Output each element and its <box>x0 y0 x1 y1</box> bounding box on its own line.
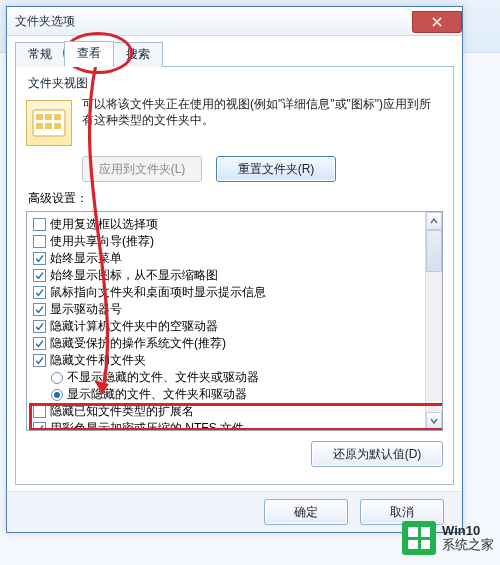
radio-icon[interactable] <box>51 372 63 384</box>
tab-general-label: 常规 <box>28 47 52 61</box>
svg-rect-5 <box>45 123 52 129</box>
advanced-item-5[interactable]: 显示驱动器号 <box>33 301 440 318</box>
cancel-label: 取消 <box>390 504 414 521</box>
reset-folders-label: 重置文件夹(R) <box>238 161 315 178</box>
svg-rect-2 <box>45 114 52 120</box>
folder-view-buttons: 应用到文件夹(L) 重置文件夹(R) <box>82 156 443 182</box>
checkbox-icon[interactable] <box>33 405 46 418</box>
advanced-item-label: 鼠标指向文件夹和桌面项时显示提示信息 <box>50 284 266 301</box>
advanced-item-9[interactable]: 不显示隐藏的文件、文件夹或驱动器 <box>33 369 440 386</box>
apply-to-folders-label: 应用到文件夹(L) <box>99 161 186 178</box>
tab-pane-view: 文件夹视图 可以将该文件夹正在使用的视图(例如"详细信息"或"图标")应用到所有… <box>15 67 454 485</box>
watermark-line1: Win10 <box>442 523 480 538</box>
folder-options-dialog: 文件夹选项 常规 查看 搜索 文件夹视图 可以将该文件夹正在使用的视图(例如"详… <box>6 6 463 533</box>
svg-rect-3 <box>54 114 61 120</box>
ok-button[interactable]: 确定 <box>264 499 348 525</box>
checkbox-icon[interactable] <box>33 269 46 282</box>
checkbox-icon[interactable] <box>33 354 46 367</box>
scroll-down-button[interactable] <box>426 412 442 430</box>
advanced-item-label: 始终显示图标，从不显示缩略图 <box>50 267 218 284</box>
advanced-item-2[interactable]: 始终显示菜单 <box>33 250 440 267</box>
checkbox-icon[interactable] <box>33 286 46 299</box>
scroll-thumb[interactable] <box>426 230 442 272</box>
advanced-item-label: 使用复选框以选择项 <box>50 216 158 233</box>
folder-view-desc: 可以将该文件夹正在使用的视图(例如"详细信息"或"图标")应用到所有这种类型的文… <box>82 94 443 146</box>
window-title: 文件夹选项 <box>7 13 75 30</box>
close-button[interactable] <box>412 11 462 33</box>
checkbox-icon[interactable] <box>33 252 46 265</box>
list-scrollbar[interactable] <box>425 212 442 430</box>
advanced-item-label: 隐藏受保护的操作系统文件(推荐) <box>50 335 226 352</box>
watermark-text: Win10 系统之家 <box>442 524 494 552</box>
titlebar: 文件夹选项 <box>7 7 462 36</box>
advanced-item-8[interactable]: 隐藏文件和文件夹 <box>33 352 440 369</box>
watermark-line2: 系统之家 <box>442 537 494 552</box>
advanced-item-label: 隐藏文件和文件夹 <box>50 352 146 369</box>
folder-view-row: 可以将该文件夹正在使用的视图(例如"详细信息"或"图标")应用到所有这种类型的文… <box>26 94 443 146</box>
dialog-footer: 确定 取消 <box>7 491 462 532</box>
apply-to-folders-button: 应用到文件夹(L) <box>82 156 202 182</box>
watermark-logo-icon <box>402 521 436 555</box>
advanced-item-10[interactable]: 显示隐藏的文件、文件夹和驱动器 <box>33 386 440 403</box>
restore-defaults-label: 还原为默认值(D) <box>333 446 422 463</box>
advanced-item-12[interactable]: 用彩色显示加密或压缩的 NTFS 文件 <box>33 420 440 431</box>
advanced-settings-label: 高级设置： <box>28 190 443 207</box>
radio-icon[interactable] <box>51 389 63 401</box>
tab-strip: 常规 查看 搜索 <box>15 42 454 67</box>
svg-rect-4 <box>36 123 43 129</box>
scroll-up-button[interactable] <box>426 212 442 230</box>
advanced-item-4[interactable]: 鼠标指向文件夹和桌面项时显示提示信息 <box>33 284 440 301</box>
advanced-item-1[interactable]: 使用共享向导(推荐) <box>33 233 440 250</box>
advanced-item-label: 显示隐藏的文件、文件夹和驱动器 <box>67 386 247 403</box>
checkbox-icon[interactable] <box>33 422 46 431</box>
reset-folders-button[interactable]: 重置文件夹(R) <box>216 156 336 182</box>
advanced-item-0[interactable]: 使用复选框以选择项 <box>33 216 440 233</box>
tab-view-label: 查看 <box>77 46 101 60</box>
svg-rect-1 <box>36 114 43 120</box>
advanced-item-label: 隐藏已知文件类型的扩展名 <box>50 403 194 420</box>
checkbox-icon[interactable] <box>33 320 46 333</box>
advanced-item-label: 用彩色显示加密或压缩的 NTFS 文件 <box>50 420 244 431</box>
advanced-item-6[interactable]: 隐藏计算机文件夹中的空驱动器 <box>33 318 440 335</box>
checkbox-icon[interactable] <box>33 218 46 231</box>
checkbox-icon[interactable] <box>33 303 46 316</box>
advanced-item-label: 隐藏计算机文件夹中的空驱动器 <box>50 318 218 335</box>
ok-label: 确定 <box>294 504 318 521</box>
chevron-down-icon <box>430 417 438 425</box>
checkbox-icon[interactable] <box>33 235 46 248</box>
folder-view-icon <box>26 100 72 146</box>
advanced-item-label: 不显示隐藏的文件、文件夹或驱动器 <box>67 369 259 386</box>
svg-rect-6 <box>54 123 61 129</box>
folder-view-group-label: 文件夹视图 <box>28 75 443 92</box>
advanced-item-3[interactable]: 始终显示图标，从不显示缩略图 <box>33 267 440 284</box>
advanced-item-label: 始终显示菜单 <box>50 250 122 267</box>
chevron-up-icon <box>430 217 438 225</box>
advanced-item-label: 显示驱动器号 <box>50 301 122 318</box>
tab-search-label: 搜索 <box>126 47 150 61</box>
restore-defaults-button[interactable]: 还原为默认值(D) <box>311 441 443 467</box>
advanced-item-label: 使用共享向导(推荐) <box>50 233 154 250</box>
close-icon <box>432 17 442 27</box>
tab-search[interactable]: 搜索 <box>113 42 163 67</box>
checkbox-icon[interactable] <box>33 337 46 350</box>
watermark: Win10 系统之家 <box>402 521 494 555</box>
advanced-settings-list[interactable]: 使用复选框以选择项使用共享向导(推荐)始终显示菜单始终显示图标，从不显示缩略图鼠… <box>26 211 443 431</box>
tab-view[interactable]: 查看 <box>64 41 114 67</box>
advanced-item-11[interactable]: 隐藏已知文件类型的扩展名 <box>33 403 440 420</box>
advanced-item-7[interactable]: 隐藏受保护的操作系统文件(推荐) <box>33 335 440 352</box>
tab-general[interactable]: 常规 <box>15 42 65 67</box>
